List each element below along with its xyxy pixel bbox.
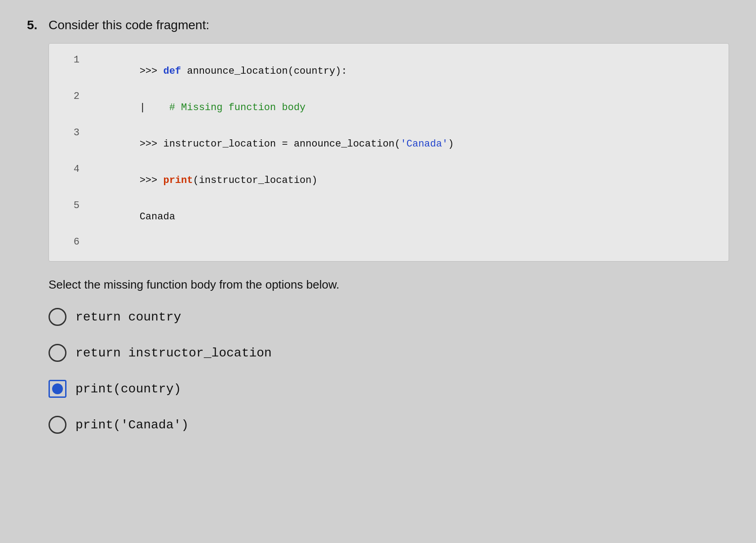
radio-b[interactable] (49, 344, 66, 362)
option-b[interactable]: return instructor_location (49, 344, 729, 362)
question-number: 5. (27, 18, 43, 32)
radio-d[interactable] (49, 416, 66, 434)
option-c[interactable]: print(country) (49, 380, 729, 398)
line-num-6: 6 (63, 236, 80, 248)
radio-c-inner (52, 383, 63, 394)
line-num-5: 5 (63, 200, 80, 211)
comment-text: # Missing function body (146, 102, 305, 113)
prompt-4: >>> (140, 175, 164, 186)
code-line-1: 1 >>> def announce_location(country): (63, 54, 714, 88)
question-header: 5. Consider this code fragment: (27, 18, 729, 32)
radio-c-selected-box[interactable] (49, 380, 66, 398)
prompt-3: >>> instructor_location = announce_locat… (140, 138, 401, 150)
line-num-4: 4 (63, 164, 80, 175)
radio-a[interactable] (49, 308, 66, 326)
code-content-1: >>> def announce_location(country): (92, 54, 347, 88)
code-line-2: 2 | # Missing function body (63, 91, 714, 125)
question-container: 5. Consider this code fragment: 1 >>> de… (27, 18, 729, 434)
code-line-6: 6 (63, 236, 714, 248)
code-content-2: | # Missing function body (92, 91, 305, 125)
pipe-symbol: | (140, 102, 146, 113)
option-b-label: return instructor_location (75, 346, 272, 360)
code-text-1: announce_location(country): (181, 66, 347, 77)
code-line-3: 3 >>> instructor_location = announce_loc… (63, 127, 714, 161)
code-content-6 (92, 236, 98, 248)
output-canada: Canada (140, 211, 175, 223)
option-a-label: return country (75, 310, 181, 324)
question-text: Consider this code fragment: (49, 18, 209, 32)
code-line-4: 4 >>> print(instructor_location) (63, 164, 714, 197)
code-text-4: (instructor_location) (193, 175, 317, 186)
code-line-5: 5 Canada (63, 200, 714, 234)
string-canada: 'Canada' (401, 138, 448, 150)
option-d-label: print('Canada') (75, 418, 189, 432)
line-num-1: 1 (63, 54, 80, 66)
instruction-text: Select the missing function body from th… (49, 278, 729, 292)
close-paren-3: ) (448, 138, 454, 150)
line-num-3: 3 (63, 127, 80, 138)
code-content-5: Canada (92, 200, 175, 234)
code-content-3: >>> instructor_location = announce_locat… (92, 127, 454, 161)
def-keyword: def (163, 66, 181, 77)
prompt-1: >>> (140, 66, 164, 77)
option-c-label: print(country) (75, 382, 181, 396)
line-num-2: 2 (63, 91, 80, 102)
option-d[interactable]: print('Canada') (49, 416, 729, 434)
print-keyword: print (163, 175, 193, 186)
code-content-4: >>> print(instructor_location) (92, 164, 318, 197)
option-a[interactable]: return country (49, 308, 729, 326)
options-list: return country return instructor_locatio… (49, 308, 729, 434)
code-block: 1 >>> def announce_location(country): 2 … (49, 43, 729, 262)
